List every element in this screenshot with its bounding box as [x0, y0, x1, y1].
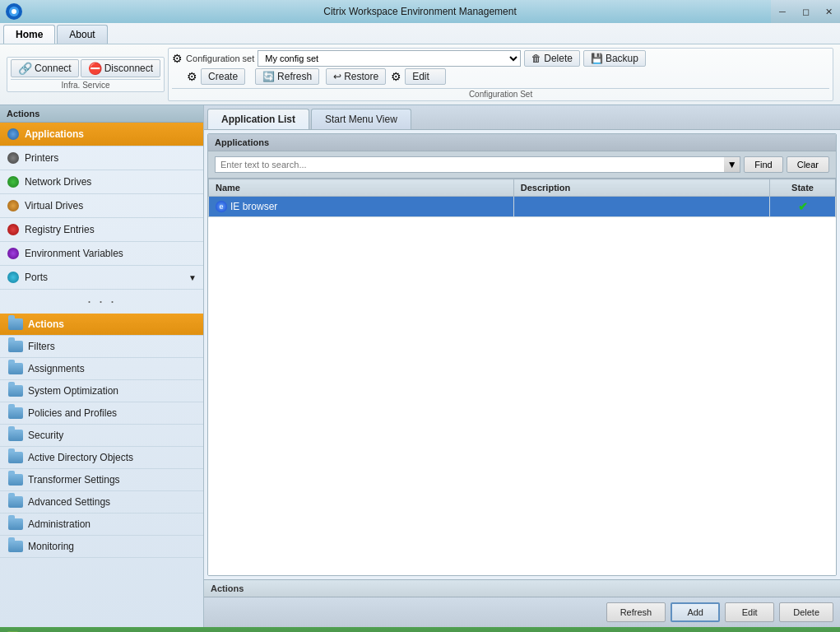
applications-panel: Applications ▼ Find Clear	[207, 133, 837, 576]
refresh-button[interactable]: Refresh	[606, 602, 666, 622]
ribbon-tab-bar: Home About	[0, 23, 840, 44]
tab-start-menu-view[interactable]: Start Menu View	[311, 109, 411, 129]
search-dropdown-button[interactable]: ▼	[724, 156, 740, 173]
sidebar-item-monitoring[interactable]: Monitoring	[0, 536, 203, 558]
tab-about[interactable]: About	[57, 25, 107, 44]
sidebar-item-active-directory-objects[interactable]: Active Directory Objects	[0, 447, 203, 469]
backup-icon: 💾	[591, 53, 603, 64]
col-description: Description	[513, 179, 769, 197]
close-button[interactable]: ✕	[817, 0, 840, 23]
actions-buttons: Refresh Add Edit Delete	[204, 597, 840, 627]
security-folder-icon	[8, 430, 23, 441]
tab-home[interactable]: Home	[3, 25, 55, 44]
cell-description	[513, 197, 769, 217]
refresh-ribbon-icon: 🔄	[262, 71, 275, 82]
sidebar-item-virtual-drives[interactable]: Virtual Drives	[0, 194, 203, 218]
disconnect-button[interactable]: ⛔ Disconnect	[81, 59, 160, 77]
sidebar: Actions Applications Printers Network Dr…	[0, 105, 204, 627]
table-row[interactable]: e IE browser ✔	[209, 197, 836, 217]
add-button[interactable]: Add	[671, 602, 720, 622]
applications-table-wrap: Name Description State e IE browser	[208, 179, 836, 575]
sidebar-item-system-optimization[interactable]: System Optimization	[0, 380, 203, 402]
sidebar-more-indicator: · · ·	[0, 290, 203, 314]
find-button[interactable]: Find	[744, 156, 782, 173]
sidebar-item-ports[interactable]: Ports ▼	[0, 266, 203, 290]
administration-folder-icon	[8, 518, 23, 530]
sidebar-actions-header: Actions	[0, 105, 203, 123]
config-set-group: ⚙ Configuration set My config set 🗑 Dele…	[168, 48, 833, 101]
delete-button[interactable]: 🗑 Delete	[524, 50, 580, 67]
title-bar: Citrix Workspace Environment Management …	[0, 0, 840, 23]
config-set-label: Configuration Set	[172, 88, 829, 99]
restore-icon: ↩	[333, 71, 341, 82]
edit-button[interactable]: Edit	[405, 68, 446, 85]
actions-bar-label: Actions	[204, 579, 840, 597]
app-logo	[5, 2, 23, 21]
sidebar-item-printers[interactable]: Printers	[0, 146, 203, 170]
content-tabs: Application List Start Menu View	[204, 105, 840, 130]
refresh-ribbon-button[interactable]: 🔄 Refresh	[255, 68, 319, 85]
sidebar-item-assignments[interactable]: Assignments	[0, 358, 203, 380]
edit-content-button[interactable]: Edit	[725, 602, 774, 622]
assignments-folder-icon	[8, 363, 23, 374]
search-input[interactable]	[215, 156, 740, 173]
cell-name: e IE browser	[209, 197, 514, 217]
tab-application-list[interactable]: Application List	[207, 109, 309, 129]
chevron-down-icon: ▼	[727, 159, 737, 170]
connect-button[interactable]: 🔗 Connect	[11, 59, 79, 77]
virtual-drives-icon	[7, 199, 20, 212]
restore-button[interactable]: ◻	[794, 0, 817, 23]
sidebar-item-transformer-settings[interactable]: Transformer Settings	[0, 469, 203, 491]
sidebar-item-applications[interactable]: Applications	[0, 123, 203, 146]
svg-point-2	[12, 9, 16, 14]
config-icon: ⚙	[172, 52, 183, 65]
col-name: Name	[209, 179, 514, 197]
ribbon-content: 🔗 Connect ⛔ Disconnect Infra. Service ⚙ …	[0, 44, 840, 105]
advanced-folder-icon	[8, 496, 23, 508]
actions-folder-icon	[8, 318, 23, 330]
applications-icon	[7, 128, 20, 141]
content-panel: Applications ▼ Find Clear	[204, 130, 840, 579]
state-check-icon: ✔	[798, 200, 808, 213]
config-set-select[interactable]: My config set	[258, 50, 521, 67]
window-controls: ─ ◻ ✕	[771, 0, 840, 23]
registry-entries-icon	[7, 223, 20, 236]
sidebar-item-filters[interactable]: Filters	[0, 336, 203, 358]
disconnect-icon: ⛔	[88, 62, 102, 75]
config-actions-row: ⚙ Create 🔄 Refresh ↩ Restore ⚙ Edit	[172, 68, 829, 85]
sidebar-item-environment-variables[interactable]: Environment Variables	[0, 242, 203, 266]
transformer-folder-icon	[8, 474, 23, 486]
ports-icon	[7, 271, 20, 284]
sidebar-item-network-drives[interactable]: Network Drives	[0, 170, 203, 194]
sidebar-item-policies-and-profiles[interactable]: Policies and Profiles	[0, 402, 203, 425]
sidebar-item-administration[interactable]: Administration	[0, 514, 203, 536]
system-optimization-folder-icon	[8, 385, 23, 397]
minimize-button[interactable]: ─	[771, 0, 794, 23]
search-input-wrap: ▼	[215, 156, 740, 173]
ad-objects-folder-icon	[8, 452, 23, 463]
monitoring-folder-icon	[8, 541, 23, 552]
cell-state: ✔	[770, 197, 836, 217]
applications-table: Name Description State e IE browser	[208, 179, 836, 217]
create-icon: ⚙	[187, 70, 197, 83]
restore-button[interactable]: ↩ Restore	[326, 68, 386, 85]
create-button[interactable]: Create	[201, 68, 245, 85]
policies-folder-icon	[8, 407, 23, 419]
search-bar: ▼ Find Clear	[208, 151, 836, 179]
infra-service-label: Infra. Service	[11, 79, 160, 90]
filters-folder-icon	[8, 341, 23, 352]
sidebar-item-registry-entries[interactable]: Registry Entries	[0, 218, 203, 242]
ports-expand-icon: ▼	[188, 273, 197, 282]
environment-variables-icon	[7, 247, 20, 260]
network-drives-icon	[7, 175, 20, 188]
status-bar: ✅ Connected to : jack-broker ℹ Current a…	[0, 627, 840, 632]
clear-button[interactable]: Clear	[787, 156, 829, 173]
sidebar-item-security[interactable]: Security	[0, 425, 203, 447]
delete-content-button[interactable]: Delete	[779, 602, 833, 622]
printers-icon	[7, 151, 20, 165]
ribbon: Home About 🔗 Connect ⛔ Disconnect Infra.…	[0, 23, 840, 105]
sidebar-item-advanced-settings[interactable]: Advanced Settings	[0, 491, 203, 514]
backup-button[interactable]: 💾 Backup	[583, 50, 646, 67]
infra-buttons: 🔗 Connect ⛔ Disconnect	[11, 59, 160, 77]
sidebar-item-actions[interactable]: Actions	[0, 314, 203, 336]
